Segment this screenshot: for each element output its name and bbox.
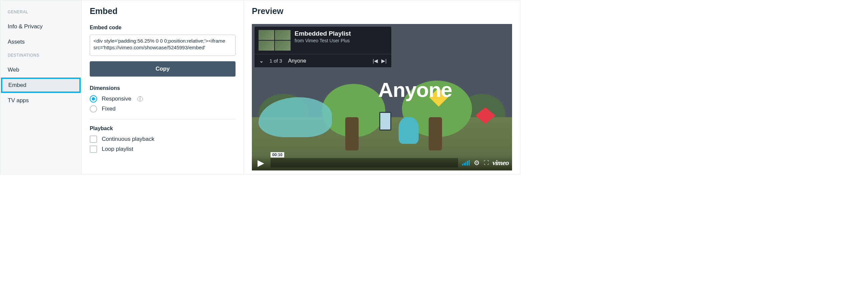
dimensions-label: Dimensions <box>90 85 236 91</box>
radio-fixed[interactable]: Fixed <box>90 105 236 113</box>
radio-icon-empty <box>90 105 97 113</box>
sidebar-item-embed[interactable]: Embed <box>1 78 81 93</box>
play-icon[interactable]: ▶ <box>255 158 267 168</box>
settings-panel: Embed Embed code Copy Dimensions Respons… <box>82 0 244 174</box>
playlist-thumbnails <box>258 30 290 50</box>
sidebar-item-web[interactable]: Web <box>0 62 82 78</box>
playback-label: Playback <box>90 125 236 132</box>
page-title: Embed <box>90 6 236 16</box>
radio-responsive[interactable]: Responsive i <box>90 95 236 103</box>
sidebar-item-assets[interactable]: Assets <box>0 34 82 49</box>
preview-panel: Preview Anyone Embedded Pla <box>244 0 520 174</box>
progress-bar[interactable]: 00:10 <box>271 158 458 168</box>
checkbox-loop-label: Loop playlist <box>102 146 133 152</box>
playlist-title: Embedded Playlist <box>294 30 351 37</box>
sidebar-heading-destinations: DESTINATIONS <box>0 49 82 62</box>
radio-fixed-label: Fixed <box>102 106 116 112</box>
divider <box>90 119 236 119</box>
preview-title: Preview <box>252 6 512 16</box>
sidebar: GENERAL Info & Privacy Assets DESTINATIO… <box>0 0 82 174</box>
embed-code-input[interactable] <box>90 35 236 56</box>
video-title-overlay: Anyone <box>378 78 452 102</box>
checkbox-icon <box>90 136 97 143</box>
playlist-position: 1 of 3 <box>270 58 282 64</box>
playlist-subtitle: from Vimeo Test User Plus <box>294 38 351 43</box>
playlist-current-track: Anyone <box>288 58 367 64</box>
sidebar-item-tv-apps[interactable]: TV apps <box>0 93 82 108</box>
radio-icon-selected <box>90 95 97 103</box>
fullscreen-icon[interactable]: ⛶ <box>484 160 488 166</box>
time-badge: 00:10 <box>271 152 284 157</box>
video-player[interactable]: Anyone Embedded Playlist from Vimeo Test… <box>252 24 512 171</box>
volume-icon[interactable] <box>462 160 470 166</box>
sidebar-heading-general: GENERAL <box>0 6 82 19</box>
copy-button[interactable]: Copy <box>90 61 236 77</box>
prev-track-icon[interactable]: |◀ <box>373 58 378 64</box>
next-track-icon[interactable]: ▶| <box>381 58 386 64</box>
chevron-down-icon[interactable]: ⌄ <box>259 58 264 64</box>
sidebar-item-info-privacy[interactable]: Info & Privacy <box>0 19 82 34</box>
vimeo-logo[interactable]: vimeo <box>492 158 509 167</box>
playlist-header: Embedded Playlist from Vimeo Test User P… <box>254 27 391 67</box>
player-controls: ▶ 00:10 ⚙ ⛶ vimeo <box>252 155 512 171</box>
checkbox-continuous-label: Continuous playback <box>102 136 154 143</box>
checkbox-continuous[interactable]: Continuous playback <box>90 136 236 143</box>
checkbox-icon <box>90 145 97 153</box>
info-icon[interactable]: i <box>137 96 143 102</box>
embed-code-label: Embed code <box>90 25 236 31</box>
radio-responsive-label: Responsive <box>102 96 131 102</box>
gear-icon[interactable]: ⚙ <box>474 159 480 167</box>
checkbox-loop[interactable]: Loop playlist <box>90 145 236 153</box>
